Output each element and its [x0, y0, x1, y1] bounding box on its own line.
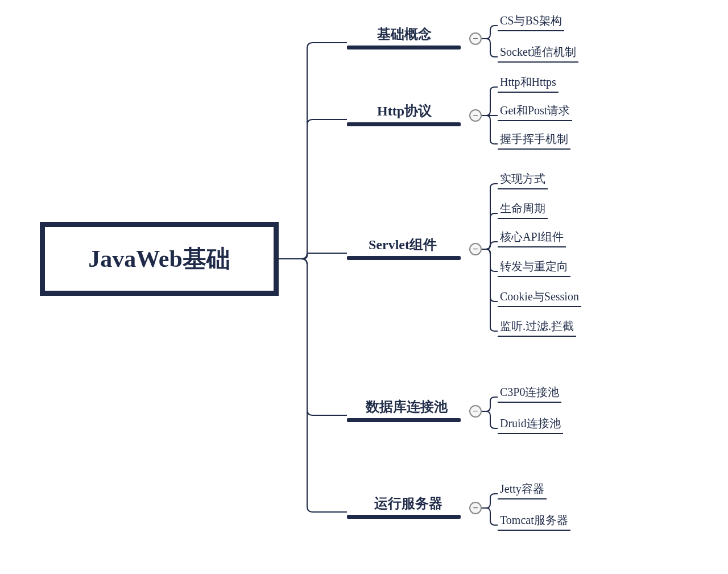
leaf-node[interactable]: Http和Https	[498, 75, 559, 93]
leaf-node[interactable]: 转发与重定向	[498, 259, 570, 277]
leaf-node[interactable]: CS与BS架构	[498, 13, 564, 31]
leaf-node[interactable]: 生命周期	[498, 201, 548, 219]
branch-underline-1	[347, 122, 461, 126]
leaf-node[interactable]: C3P0连接池	[498, 385, 561, 403]
leaf-node[interactable]: Get和Post请求	[498, 103, 572, 121]
leaf-node[interactable]: Jetty容器	[498, 481, 547, 499]
branch-underline-0	[347, 46, 461, 49]
root-node[interactable]: JavaWeb基础	[40, 222, 279, 296]
leaf-node[interactable]: 核心API组件	[498, 229, 566, 247]
collapse-icon[interactable]: −	[469, 109, 482, 122]
collapse-icon[interactable]: −	[469, 405, 482, 418]
leaf-node[interactable]: 握手挥手机制	[498, 131, 570, 150]
branch-underline-4	[347, 515, 461, 519]
collapse-icon[interactable]: −	[469, 502, 482, 514]
branch-node-server[interactable]: 运行服务器	[370, 494, 447, 513]
branch-node-http-protocol[interactable]: Http协议	[373, 102, 436, 120]
leaf-node[interactable]: Socket通信机制	[498, 44, 578, 63]
leaf-node[interactable]: 监听.过滤.拦截	[498, 319, 576, 337]
collapse-icon[interactable]: −	[469, 32, 482, 45]
branch-node-servlet-component[interactable]: Servlet组件	[364, 236, 441, 254]
branch-underline-3	[347, 418, 461, 422]
branch-node-basic-concepts[interactable]: 基础概念	[373, 25, 436, 43]
branch-node-db-pool[interactable]: 数据库连接池	[361, 398, 452, 416]
root-title: JavaWeb基础	[88, 243, 230, 275]
leaf-node[interactable]: 实现方式	[498, 171, 548, 189]
branch-underline-2	[347, 256, 461, 260]
collapse-icon[interactable]: −	[469, 243, 482, 255]
leaf-node[interactable]: Tomcat服务器	[498, 513, 570, 531]
leaf-node[interactable]: Druid连接池	[498, 416, 563, 434]
leaf-node[interactable]: Cookie与Session	[498, 289, 581, 307]
